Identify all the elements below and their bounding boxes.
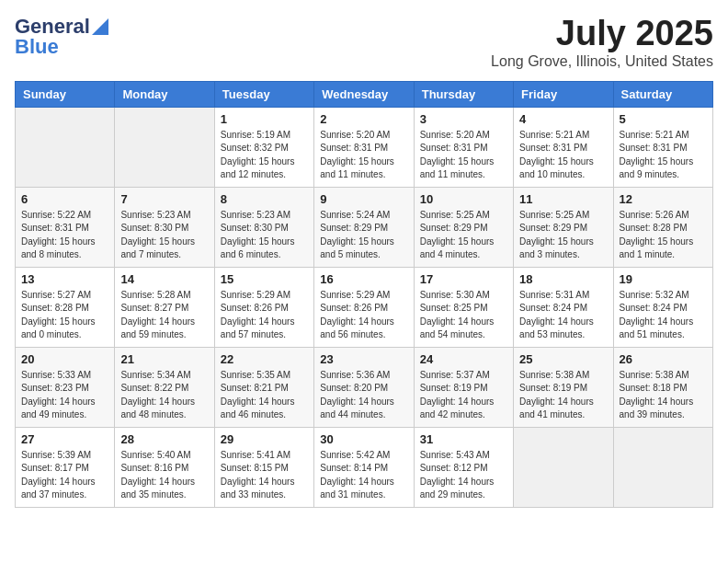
day-number: 23	[320, 352, 407, 366]
day-number: 12	[620, 192, 707, 206]
calendar-week-row: 1Sunrise: 5:19 AM Sunset: 8:32 PM Daylig…	[16, 107, 713, 187]
day-number: 31	[420, 432, 507, 446]
svg-marker-0	[92, 18, 108, 35]
col-header-sunday: Sunday	[16, 81, 115, 107]
day-info: Sunrise: 5:39 AM Sunset: 8:17 PM Dayligh…	[21, 449, 108, 502]
day-number: 9	[320, 192, 407, 206]
day-number: 11	[519, 192, 607, 206]
day-number: 24	[420, 352, 507, 366]
calendar-cell	[115, 107, 214, 187]
calendar-cell: 10Sunrise: 5:25 AM Sunset: 8:29 PM Dayli…	[414, 187, 513, 267]
day-number: 13	[21, 272, 108, 286]
day-info: Sunrise: 5:38 AM Sunset: 8:18 PM Dayligh…	[620, 369, 707, 422]
calendar-cell: 21Sunrise: 5:34 AM Sunset: 8:22 PM Dayli…	[115, 347, 214, 427]
col-header-tuesday: Tuesday	[214, 81, 313, 107]
calendar-cell: 22Sunrise: 5:35 AM Sunset: 8:21 PM Dayli…	[214, 347, 313, 427]
day-number: 29	[221, 432, 308, 446]
logo-blue: Blue	[15, 35, 59, 59]
calendar-cell: 8Sunrise: 5:23 AM Sunset: 8:30 PM Daylig…	[214, 187, 313, 267]
day-info: Sunrise: 5:42 AM Sunset: 8:14 PM Dayligh…	[320, 449, 407, 502]
col-header-friday: Friday	[514, 81, 613, 107]
day-number: 1	[221, 112, 308, 126]
calendar-cell: 25Sunrise: 5:38 AM Sunset: 8:19 PM Dayli…	[514, 347, 613, 427]
day-info: Sunrise: 5:38 AM Sunset: 8:19 PM Dayligh…	[519, 369, 607, 422]
day-number: 16	[320, 272, 407, 286]
day-info: Sunrise: 5:20 AM Sunset: 8:31 PM Dayligh…	[320, 129, 407, 182]
day-info: Sunrise: 5:32 AM Sunset: 8:24 PM Dayligh…	[620, 289, 707, 342]
calendar-cell: 28Sunrise: 5:40 AM Sunset: 8:16 PM Dayli…	[115, 427, 214, 507]
day-info: Sunrise: 5:40 AM Sunset: 8:16 PM Dayligh…	[120, 449, 208, 502]
calendar-cell: 16Sunrise: 5:29 AM Sunset: 8:26 PM Dayli…	[314, 267, 414, 347]
calendar-cell: 2Sunrise: 5:20 AM Sunset: 8:31 PM Daylig…	[314, 107, 414, 187]
day-number: 2	[320, 112, 407, 126]
location-title: Long Grove, Illinois, United States	[491, 53, 713, 70]
calendar-cell: 29Sunrise: 5:41 AM Sunset: 8:15 PM Dayli…	[214, 427, 313, 507]
day-number: 5	[620, 112, 707, 126]
calendar-week-row: 13Sunrise: 5:27 AM Sunset: 8:28 PM Dayli…	[16, 267, 713, 347]
calendar-header-row: SundayMondayTuesdayWednesdayThursdayFrid…	[16, 81, 713, 107]
calendar-cell: 9Sunrise: 5:24 AM Sunset: 8:29 PM Daylig…	[314, 187, 414, 267]
title-block: July 2025 Long Grove, Illinois, United S…	[491, 15, 713, 70]
day-number: 18	[519, 272, 607, 286]
calendar-cell: 13Sunrise: 5:27 AM Sunset: 8:28 PM Dayli…	[16, 267, 115, 347]
day-info: Sunrise: 5:34 AM Sunset: 8:22 PM Dayligh…	[120, 369, 208, 422]
day-info: Sunrise: 5:26 AM Sunset: 8:28 PM Dayligh…	[620, 209, 707, 262]
day-info: Sunrise: 5:29 AM Sunset: 8:26 PM Dayligh…	[320, 289, 407, 342]
logo-triangle-icon	[92, 18, 108, 35]
day-info: Sunrise: 5:25 AM Sunset: 8:29 PM Dayligh…	[519, 209, 607, 262]
calendar-cell	[514, 427, 613, 507]
day-number: 19	[620, 272, 707, 286]
day-number: 30	[320, 432, 407, 446]
calendar-week-row: 6Sunrise: 5:22 AM Sunset: 8:31 PM Daylig…	[16, 187, 713, 267]
calendar-cell: 7Sunrise: 5:23 AM Sunset: 8:30 PM Daylig…	[115, 187, 214, 267]
calendar-cell	[613, 427, 712, 507]
calendar-week-row: 20Sunrise: 5:33 AM Sunset: 8:23 PM Dayli…	[16, 347, 713, 427]
calendar-cell: 30Sunrise: 5:42 AM Sunset: 8:14 PM Dayli…	[314, 427, 414, 507]
day-info: Sunrise: 5:29 AM Sunset: 8:26 PM Dayligh…	[221, 289, 308, 342]
day-number: 25	[519, 352, 607, 366]
day-info: Sunrise: 5:43 AM Sunset: 8:12 PM Dayligh…	[420, 449, 507, 502]
day-number: 21	[120, 352, 208, 366]
day-info: Sunrise: 5:35 AM Sunset: 8:21 PM Dayligh…	[221, 369, 308, 422]
calendar-body: 1Sunrise: 5:19 AM Sunset: 8:32 PM Daylig…	[16, 107, 713, 507]
calendar-cell: 23Sunrise: 5:36 AM Sunset: 8:20 PM Dayli…	[314, 347, 414, 427]
day-info: Sunrise: 5:37 AM Sunset: 8:19 PM Dayligh…	[420, 369, 507, 422]
day-number: 17	[420, 272, 507, 286]
page-header: General Blue July 2025 Long Grove, Illin…	[15, 15, 713, 70]
day-info: Sunrise: 5:24 AM Sunset: 8:29 PM Dayligh…	[320, 209, 407, 262]
col-header-wednesday: Wednesday	[314, 81, 414, 107]
day-number: 6	[21, 192, 108, 206]
day-info: Sunrise: 5:41 AM Sunset: 8:15 PM Dayligh…	[221, 449, 308, 502]
calendar-cell: 20Sunrise: 5:33 AM Sunset: 8:23 PM Dayli…	[16, 347, 115, 427]
calendar-cell: 27Sunrise: 5:39 AM Sunset: 8:17 PM Dayli…	[16, 427, 115, 507]
col-header-thursday: Thursday	[414, 81, 513, 107]
day-number: 10	[420, 192, 507, 206]
calendar-cell: 14Sunrise: 5:28 AM Sunset: 8:27 PM Dayli…	[115, 267, 214, 347]
day-number: 4	[519, 112, 607, 126]
day-info: Sunrise: 5:36 AM Sunset: 8:20 PM Dayligh…	[320, 369, 407, 422]
day-number: 28	[120, 432, 208, 446]
calendar-cell: 3Sunrise: 5:20 AM Sunset: 8:31 PM Daylig…	[414, 107, 513, 187]
day-info: Sunrise: 5:22 AM Sunset: 8:31 PM Dayligh…	[21, 209, 108, 262]
day-info: Sunrise: 5:33 AM Sunset: 8:23 PM Dayligh…	[21, 369, 108, 422]
day-info: Sunrise: 5:20 AM Sunset: 8:31 PM Dayligh…	[420, 129, 507, 182]
day-info: Sunrise: 5:19 AM Sunset: 8:32 PM Dayligh…	[221, 129, 308, 182]
day-info: Sunrise: 5:23 AM Sunset: 8:30 PM Dayligh…	[221, 209, 308, 262]
calendar-cell	[16, 107, 115, 187]
day-info: Sunrise: 5:30 AM Sunset: 8:25 PM Dayligh…	[420, 289, 507, 342]
day-info: Sunrise: 5:23 AM Sunset: 8:30 PM Dayligh…	[120, 209, 208, 262]
day-number: 3	[420, 112, 507, 126]
calendar-cell: 17Sunrise: 5:30 AM Sunset: 8:25 PM Dayli…	[414, 267, 513, 347]
calendar-cell: 18Sunrise: 5:31 AM Sunset: 8:24 PM Dayli…	[514, 267, 613, 347]
calendar-week-row: 27Sunrise: 5:39 AM Sunset: 8:17 PM Dayli…	[16, 427, 713, 507]
day-info: Sunrise: 5:21 AM Sunset: 8:31 PM Dayligh…	[620, 129, 707, 182]
day-info: Sunrise: 5:21 AM Sunset: 8:31 PM Dayligh…	[519, 129, 607, 182]
day-number: 7	[120, 192, 208, 206]
day-info: Sunrise: 5:28 AM Sunset: 8:27 PM Dayligh…	[120, 289, 208, 342]
calendar-cell: 12Sunrise: 5:26 AM Sunset: 8:28 PM Dayli…	[613, 187, 712, 267]
day-number: 15	[221, 272, 308, 286]
calendar-cell: 6Sunrise: 5:22 AM Sunset: 8:31 PM Daylig…	[16, 187, 115, 267]
calendar-cell: 15Sunrise: 5:29 AM Sunset: 8:26 PM Dayli…	[214, 267, 313, 347]
day-number: 14	[120, 272, 208, 286]
day-number: 20	[21, 352, 108, 366]
